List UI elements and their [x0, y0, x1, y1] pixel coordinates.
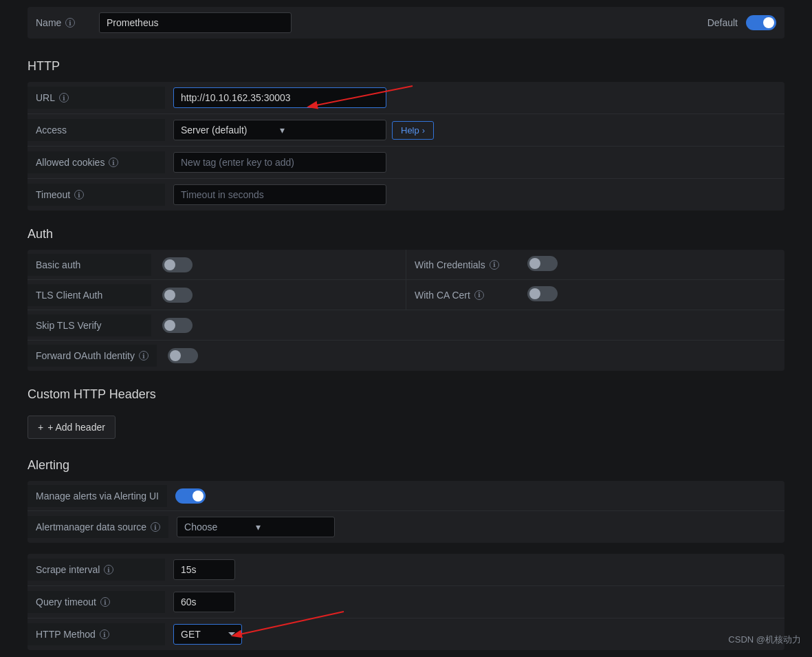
- help-label: Help: [401, 125, 419, 136]
- alertmanager-row: Alertmanager data source ℹ Choose ▾: [28, 511, 784, 543]
- with-ca-cert-info-icon[interactable]: ℹ: [474, 290, 484, 300]
- allowed-cookies-info-icon[interactable]: ℹ: [109, 158, 118, 167]
- tls-auth-toggle-cell: [151, 282, 204, 308]
- access-row: Access Server (default) ▾ Help ›: [28, 114, 784, 147]
- url-input[interactable]: [173, 87, 386, 108]
- manage-alerts-value: [167, 483, 784, 509]
- basic-auth-toggle[interactable]: [162, 257, 193, 272]
- url-info-icon[interactable]: ℹ: [59, 93, 69, 103]
- query-form-section: Scrape interval ℹ Query timeout ℹ HTTP M…: [28, 554, 784, 650]
- name-row: Name ℹ Default: [28, 7, 784, 39]
- http-method-value: GET POST: [165, 618, 784, 650]
- with-credentials-info-icon[interactable]: ℹ: [490, 260, 499, 270]
- http-method-row: HTTP Method ℹ GET POST: [28, 618, 784, 650]
- scrape-interval-input[interactable]: [173, 559, 235, 580]
- with-ca-cert-label: With CA Cert ℹ: [406, 284, 516, 306]
- access-chevron-icon: ▾: [280, 125, 379, 136]
- skip-tls-toggle-cell: [151, 312, 204, 338]
- name-label-text: Name: [36, 17, 61, 28]
- http-method-select[interactable]: GET POST: [173, 624, 242, 645]
- alertmanager-dropdown[interactable]: Choose ▾: [177, 517, 335, 537]
- with-ca-cert-cell: With CA Cert ℹ: [406, 281, 784, 309]
- watermark: CSDN @机核动力: [728, 634, 801, 646]
- alerting-section-header: Alerting: [28, 458, 784, 473]
- alertmanager-value: Choose ▾: [168, 511, 784, 543]
- access-label: Access: [28, 119, 165, 141]
- auth-form-section: Basic auth With Credentials ℹ: [28, 250, 784, 371]
- with-credentials-toggle[interactable]: [527, 256, 558, 271]
- http-method-label: HTTP Method ℹ: [28, 623, 165, 645]
- timeout-info-icon[interactable]: ℹ: [74, 190, 84, 200]
- name-label: Name ℹ: [36, 17, 91, 28]
- access-dropdown-value: Server (default): [181, 125, 280, 136]
- default-label: Default: [707, 17, 738, 28]
- basic-auth-row: Basic auth With Credentials ℹ: [28, 250, 784, 280]
- with-credentials-toggle-cell: [516, 250, 569, 279]
- scrape-interval-label: Scrape interval ℹ: [28, 559, 165, 581]
- url-label: URL ℹ: [28, 87, 165, 109]
- alertmanager-label: Alertmanager data source ℹ: [28, 516, 168, 538]
- add-header-button[interactable]: + + Add header: [28, 416, 116, 439]
- with-credentials-label: With Credentials ℹ: [406, 254, 516, 276]
- timeout-value: [165, 179, 784, 211]
- skip-tls-row: Skip TLS Verify: [28, 310, 784, 341]
- allowed-cookies-input[interactable]: [173, 152, 386, 173]
- scrape-interval-info-icon[interactable]: ℹ: [104, 565, 113, 574]
- alertmanager-info-icon[interactable]: ℹ: [151, 522, 160, 532]
- timeout-input[interactable]: [173, 184, 386, 205]
- http-section-header: HTTP: [28, 59, 784, 74]
- alertmanager-chevron-icon: ▾: [256, 521, 327, 532]
- http-form-section: URL ℹ Access: [28, 82, 784, 211]
- query-timeout-info-icon[interactable]: ℹ: [100, 597, 110, 607]
- query-timeout-input[interactable]: [173, 592, 235, 612]
- allowed-cookies-label: Allowed cookies ℹ: [28, 151, 165, 173]
- url-value: [165, 82, 784, 114]
- help-chevron-icon: ›: [422, 125, 425, 136]
- manage-alerts-row: Manage alerts via Alerting UI: [28, 481, 784, 511]
- custom-headers-header: Custom HTTP Headers: [28, 387, 784, 402]
- manage-alerts-label: Manage alerts via Alerting UI: [28, 485, 167, 507]
- name-info-icon[interactable]: ℹ: [65, 18, 75, 28]
- allowed-cookies-value: [165, 147, 784, 178]
- default-toggle[interactable]: [746, 15, 776, 30]
- url-row: URL ℹ: [28, 82, 784, 114]
- query-timeout-label: Query timeout ℹ: [28, 591, 165, 613]
- query-timeout-row: Query timeout ℹ: [28, 586, 784, 618]
- tls-auth-toggle[interactable]: [162, 288, 193, 303]
- with-ca-cert-toggle[interactable]: [527, 286, 558, 301]
- tls-auth-row: TLS Client Auth With CA Cert ℹ: [28, 280, 784, 310]
- scrape-interval-row: Scrape interval ℹ: [28, 554, 784, 586]
- basic-auth-toggle-cell: [151, 252, 204, 278]
- tls-auth-cell: TLS Client Auth: [28, 282, 406, 308]
- with-ca-cert-toggle-cell: [516, 281, 569, 309]
- forward-oauth-label: Forward OAuth Identity ℹ: [28, 345, 157, 367]
- alertmanager-placeholder: Choose: [184, 521, 256, 532]
- timeout-label: Timeout ℹ: [28, 184, 165, 206]
- scrape-interval-value: [165, 554, 784, 585]
- forward-oauth-row: Forward OAuth Identity ℹ: [28, 341, 784, 371]
- http-method-info-icon[interactable]: ℹ: [100, 629, 109, 639]
- access-dropdown[interactable]: Server (default) ▾: [173, 120, 386, 140]
- skip-tls-toggle[interactable]: [162, 318, 193, 333]
- forward-oauth-toggle-cell: [157, 343, 209, 369]
- access-value: Server (default) ▾ Help ›: [165, 114, 784, 146]
- skip-tls-label: Skip TLS Verify: [28, 314, 151, 336]
- add-header-label: + Add header: [47, 422, 105, 433]
- auth-section-header: Auth: [28, 227, 784, 241]
- add-header-plus-icon: +: [38, 422, 43, 433]
- manage-alerts-toggle[interactable]: [175, 488, 206, 504]
- alerting-form-section: Manage alerts via Alerting UI Alertmanag…: [28, 481, 784, 543]
- forward-oauth-toggle[interactable]: [168, 348, 198, 363]
- query-timeout-value: [165, 586, 784, 618]
- with-credentials-cell: With Credentials ℹ: [406, 250, 784, 279]
- timeout-row: Timeout ℹ: [28, 179, 784, 211]
- basic-auth-label: Basic auth: [28, 254, 151, 276]
- forward-oauth-info-icon[interactable]: ℹ: [139, 351, 149, 360]
- help-button[interactable]: Help ›: [392, 121, 434, 140]
- tls-auth-label: TLS Client Auth: [28, 284, 151, 306]
- allowed-cookies-row: Allowed cookies ℹ: [28, 147, 784, 179]
- basic-auth-cell: Basic auth: [28, 252, 406, 278]
- name-input[interactable]: [99, 12, 292, 33]
